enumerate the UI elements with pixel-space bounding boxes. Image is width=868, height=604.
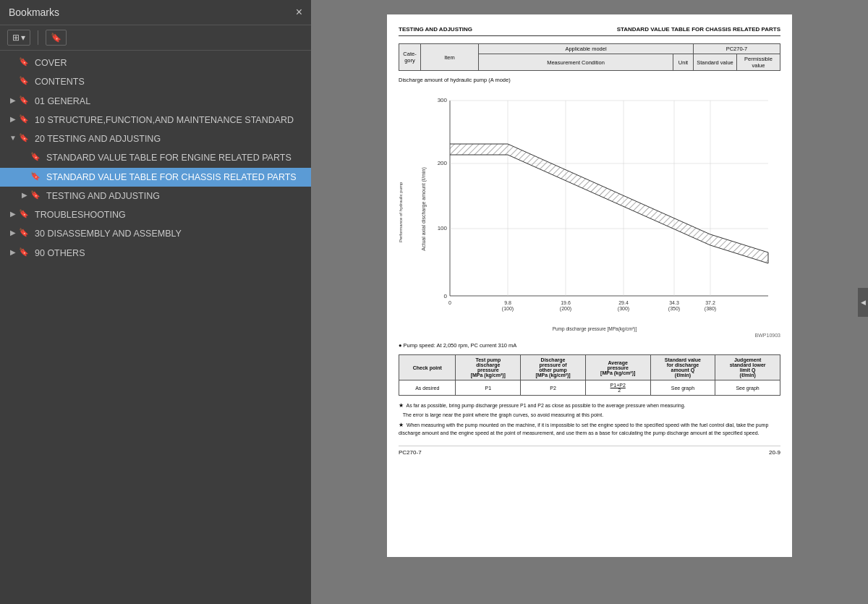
page-header-left: TESTING AND ADJUSTING (399, 26, 472, 33)
arrow-90-others: ▶ (7, 248, 19, 256)
avg-cell: P1+P2 2 (585, 380, 650, 396)
graph-section: Discharge amount of hydraulic pump (A mo… (399, 77, 780, 338)
graph-title: Discharge amount of hydraulic pump (A mo… (399, 77, 780, 83)
sidebar-title: Bookmarks (9, 7, 59, 18)
bookmark-icon-01-general: 🔖 (19, 95, 30, 105)
bookmark-icon-contents: 🔖 (19, 76, 30, 85)
sidebar-item-30-disassembly[interactable]: ▶ 🔖 30 DISASSEMBLY AND ASSEMBLY (0, 224, 311, 243)
measurement-condition-header: Measurement Condition (479, 54, 673, 71)
model-table: Cate-gory Item Applicable model PC270-7 … (399, 43, 780, 71)
graph-svg: Actual axial discharge amount (ℓ/min) (409, 86, 780, 332)
document-content: TESTING AND ADJUSTING STANDARD VALUE TAB… (311, 0, 868, 604)
test-pump-header: Test pumpdischargepressure[MPa (kg/cm²)] (456, 355, 521, 380)
sidebar-item-troubleshoot[interactable]: ▶ 🔖 TROUBLESHOOTING (0, 205, 311, 224)
bookmark-icon-20-testing: 🔖 (19, 133, 30, 143)
sidebar-item-10-structure[interactable]: ▶ 🔖 10 STRUCTURE,FUNCTION,AND MAINTENANC… (0, 111, 311, 129)
sidebar-item-20-testing[interactable]: ▼ 🔖 20 TESTING AND ADJUSTING (0, 129, 311, 148)
pump-speed-note: ● Pump speed: At 2,050 rpm, PC current 3… (399, 342, 780, 349)
svg-text:34.3: 34.3 (669, 300, 679, 305)
sidebar-label-30-disassembly: 30 DISASSEMBLY AND ASSEMBLY (35, 228, 304, 239)
bookmark-icon-std-chassis: 🔖 (30, 171, 42, 181)
graph-image-ref: BWP10903 (409, 333, 780, 338)
p1-cell: P1 (456, 380, 521, 396)
footer-right: 20-9 (769, 449, 780, 456)
sidebar-toolbar: ⊞ ▾ 🔖 (0, 25, 311, 51)
toolbar-divider (38, 30, 38, 45)
sidebar-item-90-others[interactable]: ▶ 🔖 90 OTHERS (0, 244, 311, 263)
permissible-value-header: Permissible value (737, 54, 780, 71)
document-page: TESTING AND ADJUSTING STANDARD VALUE TAB… (387, 14, 792, 557)
arrow-20-testing: ▼ (7, 134, 19, 142)
check-point-header: Check point (399, 355, 456, 380)
sidebar-label-testing-adj: TESTING AND ADJUSTING (46, 190, 304, 202)
unit-header: Unit (673, 54, 694, 71)
standard-value-header: Standard value (694, 54, 737, 71)
bookmark-icon: 🔖 (51, 33, 61, 43)
arrow-10-structure: ▶ (7, 115, 19, 123)
item-header: Item (421, 44, 479, 71)
note-1: ★ As far as possible, bring pump dischar… (399, 401, 780, 410)
arrow-01-general: ▶ (7, 96, 19, 104)
sidebar-item-contents[interactable]: 🔖 CONTENTS (0, 72, 311, 91)
sidebar-label-01-general: 01 GENERAL (35, 95, 304, 107)
page-footer: PC270-7 20-9 (399, 446, 780, 456)
sidebar-label-90-others: 90 OTHERS (35, 247, 304, 259)
sidebar-item-testing-adj[interactable]: ▶ 🔖 TESTING AND ADJUSTING (0, 187, 311, 205)
check-table: Check point Test pumpdischargepressure[M… (399, 354, 780, 396)
sidebar-label-20-testing: 20 TESTING AND ADJUSTING (35, 133, 304, 145)
svg-text:0: 0 (444, 293, 448, 299)
judge-q-cell: See graph (715, 380, 780, 396)
svg-text:37.2: 37.2 (705, 300, 715, 305)
judgement-q-header: Judgementstandard lowerlimit Q(ℓ/min) (715, 355, 780, 380)
sidebar-item-01-general[interactable]: ▶ 🔖 01 GENERAL (0, 92, 311, 111)
arrow-testing-adj: ▶ (19, 191, 30, 199)
check-point-cell: As desired (399, 380, 456, 396)
sidebar-label-std-chassis: STANDARD VALUE TABLE FOR CHASSIS RELATED… (46, 171, 304, 183)
svg-text:(350): (350) (668, 306, 680, 312)
category-header: Cate-gory (399, 44, 421, 71)
svg-text:100: 100 (438, 225, 448, 231)
sidebar-label-troubleshoot: TROUBLESHOOTING (35, 209, 304, 221)
document-panel: TESTING AND ADJUSTING STANDARD VALUE TAB… (311, 0, 868, 604)
sidebar-item-std-chassis[interactable]: 🔖 STANDARD VALUE TABLE FOR CHASSIS RELAT… (0, 168, 311, 187)
pc270-header: PC270-7 (694, 44, 780, 54)
bookmark-icon-troubleshoot: 🔖 (19, 209, 30, 218)
note-2: The error is large near the point where … (399, 412, 780, 420)
note-3: ★ When measuring with the pump mounted o… (399, 421, 780, 438)
bookmark-icon-testing-adj: 🔖 (30, 190, 42, 200)
graph-wrapper: Performance of hydraulic pump Actual axi… (399, 86, 780, 338)
expand-arrow-icon: ▾ (21, 33, 25, 43)
sidebar-item-std-engine[interactable]: 🔖 STANDARD VALUE TABLE FOR ENGINE RELATE… (0, 148, 311, 167)
applicable-model-header: Applicable model (479, 44, 694, 54)
notes-section: ★ As far as possible, bring pump dischar… (399, 401, 780, 437)
svg-text:(380): (380) (705, 306, 716, 312)
bookmark-icon-cover: 🔖 (19, 57, 30, 67)
standard-q-header: Standard valuefor dischargeamount Q(ℓ/mi… (650, 355, 715, 380)
footer-left: PC270-7 (399, 449, 422, 456)
bookmark-view-button[interactable]: 🔖 (46, 30, 67, 46)
check-table-row: As desired P1 P2 P1+P2 2 See graph See g… (399, 380, 780, 396)
svg-text:Actual axial discharge amount : Actual axial discharge amount (ℓ/min) (421, 167, 427, 250)
expand-all-button[interactable]: ⊞ ▾ (7, 30, 30, 46)
bookmark-icon-10-structure: 🔖 (19, 114, 30, 124)
sidebar-label-10-structure: 10 STRUCTURE,FUNCTION,AND MAINTENANCE ST… (35, 114, 304, 126)
bookmark-icon-30-disassembly: 🔖 (19, 228, 30, 237)
svg-text:300: 300 (438, 97, 448, 103)
close-button[interactable]: × (296, 6, 302, 19)
bookmark-icon-std-engine: 🔖 (30, 152, 42, 161)
bookmark-icon-90-others: 🔖 (19, 247, 30, 257)
svg-text:19.6: 19.6 (561, 300, 571, 305)
sidebar-label-std-engine: STANDARD VALUE TABLE FOR ENGINE RELATED … (46, 152, 304, 163)
svg-text:0: 0 (448, 300, 451, 305)
no-arrow (7, 58, 19, 66)
svg-text:(100): (100) (502, 306, 514, 312)
svg-text:29.4: 29.4 (618, 300, 629, 305)
svg-text:200: 200 (438, 160, 448, 166)
grid-icon: ⊞ (12, 33, 20, 43)
sidebar-label-cover: COVER (35, 57, 304, 69)
sidebar-label-contents: CONTENTS (35, 76, 304, 88)
page-header: TESTING AND ADJUSTING STANDARD VALUE TAB… (399, 26, 780, 36)
graph-area: Actual axial discharge amount (ℓ/min) (409, 86, 780, 338)
discharge-other-header: Dischargepressure ofother pump[MPa (kg/c… (521, 355, 586, 380)
sidebar-item-cover[interactable]: 🔖 COVER (0, 54, 311, 72)
